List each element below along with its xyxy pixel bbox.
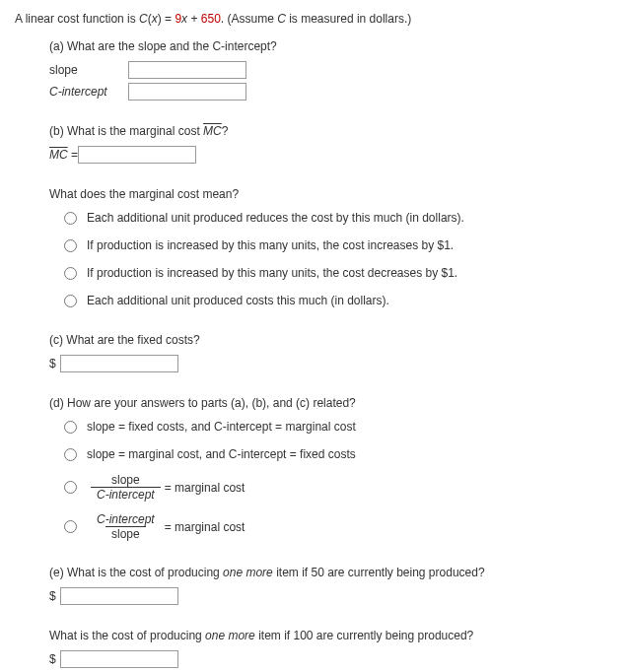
- c-intercept-input[interactable]: [128, 83, 246, 101]
- intro-text: A linear cost function is: [15, 12, 139, 26]
- intro-suffix2: is measured in dollars.): [286, 12, 411, 26]
- e-q2-prefix: What is the cost of producing: [49, 629, 205, 642]
- mc-meaning-opt1-label: Each additional unit produced reduces th…: [87, 209, 464, 227]
- e-q1-prefix: (e) What is the cost of producing: [49, 566, 223, 579]
- b-suffix: ?: [222, 124, 229, 138]
- mc-eq-lhs: MC =: [49, 146, 78, 164]
- part-d: (d) How are your answers to parts (a), (…: [49, 394, 616, 542]
- part-a: (a) What are the slope and the C-interce…: [49, 37, 616, 101]
- d-opt1-radio[interactable]: [64, 421, 77, 434]
- part-b-question: (b) What is the marginal cost MC?: [49, 122, 616, 140]
- part-e-q2: What is the cost of producing one more i…: [49, 627, 616, 644]
- part-c-question: (c) What are the fixed costs?: [49, 331, 616, 349]
- e-q1-em: one more: [223, 566, 273, 579]
- mc-meaning-opt4-radio[interactable]: [64, 295, 77, 307]
- mc-meaning-opt3-label: If production is increased by this many …: [87, 264, 457, 282]
- slope-label: slope: [49, 61, 128, 79]
- part-d-question: (d) How are your answers to parts (a), (…: [49, 394, 616, 412]
- problem-statement: A linear cost function is C(x) = 9x + 65…: [15, 10, 616, 28]
- d-opt4-label: C-interceptslope = marginal cost: [87, 512, 245, 542]
- mc-meaning-opt4-label: Each additional unit produced costs this…: [87, 292, 389, 309]
- cost-100-input[interactable]: [60, 650, 178, 668]
- mc-meaning-opt2-label: If production is increased by this many …: [87, 236, 454, 254]
- intro-suffix1: . (Assume: [221, 12, 277, 26]
- fixed-costs-input[interactable]: [60, 355, 178, 372]
- d-opt4-radio[interactable]: [64, 520, 77, 533]
- d-opt1-label: slope = fixed costs, and C-intercept = m…: [87, 418, 356, 436]
- slope-input[interactable]: [128, 61, 246, 79]
- mc-meaning-opt1-radio[interactable]: [64, 212, 77, 225]
- intro-cvar: C: [277, 12, 286, 26]
- part-c: (c) What are the fixed costs? $: [49, 331, 616, 372]
- d-opt2-label: slope = marginal cost, and C-intercept =…: [87, 445, 356, 463]
- e-dollar-1: $: [49, 587, 56, 605]
- c-intercept-label: C-intercept: [49, 83, 128, 101]
- part-e-q1: (e) What is the cost of producing one mo…: [49, 564, 616, 581]
- e-q2-suffix: item if 100 are currently being produced…: [255, 629, 473, 642]
- e-q1-suffix: item if 50 are currently being produced?: [273, 566, 485, 579]
- b-prefix: (b) What is the marginal cost: [49, 124, 203, 138]
- mc-input[interactable]: [78, 146, 196, 164]
- c-dollar: $: [49, 355, 56, 372]
- b-mc: MC: [203, 124, 222, 138]
- cost-50-input[interactable]: [60, 587, 178, 605]
- mc-meaning-opt3-radio[interactable]: [64, 267, 77, 280]
- mc-meaning-question: What does the marginal cost mean?: [49, 185, 616, 203]
- e-dollar-2: $: [49, 650, 56, 668]
- intro-plus: +: [187, 12, 201, 26]
- part-a-question: (a) What are the slope and the C-interce…: [49, 37, 616, 55]
- part-b: (b) What is the marginal cost MC? MC =: [49, 122, 616, 164]
- d-opt3-radio[interactable]: [64, 481, 77, 494]
- intro-close: ) =: [158, 12, 175, 26]
- part-b-meaning: What does the marginal cost mean? Each a…: [49, 185, 616, 309]
- e-q2-em: one more: [205, 629, 255, 642]
- part-e: (e) What is the cost of producing one mo…: [49, 564, 616, 668]
- d-opt3-label: slopeC-intercept = marginal cost: [87, 473, 245, 503]
- d-opt2-radio[interactable]: [64, 448, 77, 461]
- intro-const: 650: [201, 12, 221, 26]
- intro-c: C: [139, 12, 148, 26]
- mc-meaning-opt2-radio[interactable]: [64, 239, 77, 252]
